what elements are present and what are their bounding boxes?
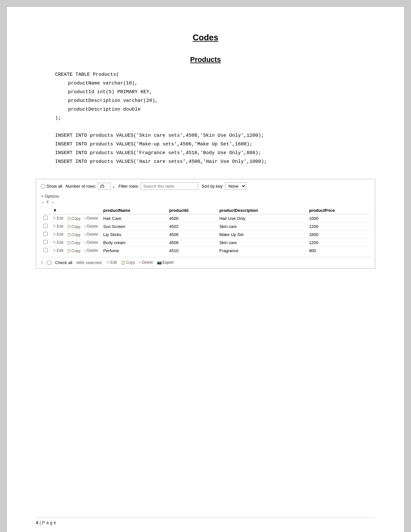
page-number-area: 4 | P a g e — [36, 517, 375, 525]
code-line-3: productId int(5) PRIMARY KEY, — [68, 88, 375, 96]
edit-icon-4: ✎ — [53, 248, 56, 253]
edit-btn-4[interactable]: ✎ Edit — [53, 248, 64, 253]
footer-edit-icon: ✎ — [106, 260, 110, 265]
table-row: ✎ Edit 📋 Copy ○ Delete Lip Sticks 4506 M… — [41, 231, 370, 239]
sort-indicator: ▼ — [53, 208, 57, 213]
rows-input[interactable] — [98, 183, 111, 190]
options-bar[interactable]: + Options — [41, 194, 370, 199]
edit-icon-3: ✎ — [53, 240, 56, 245]
row-product-description-4: Fragrance — [217, 247, 306, 255]
table-footer: ↑ Check all With selected: ✎ Edit 📋 Copy… — [41, 257, 370, 265]
edit-label-3: Edit — [57, 240, 64, 245]
footer-export-btn[interactable]: 📷 Export — [157, 260, 174, 265]
page-num: 4 — [36, 520, 38, 525]
sort-label: Sort by key: — [201, 184, 224, 189]
footer-delete-btn[interactable]: ○ Delete — [139, 260, 153, 265]
edit-label-2: Edit — [57, 232, 64, 237]
row-product-description-2: Make Up Set — [217, 231, 306, 239]
nav-right-arrow[interactable]: → — [50, 200, 54, 205]
sort-select[interactable]: None — [225, 182, 246, 190]
row-actions-cell: ✎ Edit 📋 Copy ○ Delete — [50, 231, 101, 239]
filter-label: Filter rows: — [119, 184, 139, 189]
row-checkbox-1[interactable] — [44, 224, 48, 228]
copy-btn-4[interactable]: 📋 Copy — [67, 249, 81, 253]
delete-label-1: Delete — [87, 224, 98, 229]
code-line-6: ); — [55, 114, 375, 123]
edit-btn-2[interactable]: ✎ Edit — [53, 232, 64, 237]
row-actions-cell: ✎ Edit 📋 Copy ○ Delete — [50, 214, 101, 222]
copy-icon-0: 📋 — [67, 217, 71, 220]
footer-edit-btn[interactable]: ✎ Edit — [106, 260, 117, 265]
row-product-price-0: 1000 — [307, 214, 370, 222]
edit-btn-3[interactable]: ✎ Edit — [53, 240, 64, 245]
nav-left-arrow[interactable]: ← — [41, 200, 45, 205]
delete-btn-2[interactable]: ○ Delete — [84, 232, 98, 237]
row-checkbox-3[interactable] — [44, 240, 48, 244]
row-checkbox-2[interactable] — [44, 232, 48, 236]
row-checkbox-0[interactable] — [44, 216, 48, 220]
filter-item: Filter rows: — [119, 182, 199, 190]
copy-label-4: Copy — [72, 249, 81, 253]
page-word: P a g e — [42, 520, 56, 525]
delete-btn-0[interactable]: ○ Delete — [84, 216, 98, 221]
row-actions-cell: ✎ Edit 📋 Copy ○ Delete — [50, 247, 101, 255]
code-line-5: productDescription double — [68, 105, 375, 114]
code-line-1: CREATE TABLE Products( — [55, 70, 375, 79]
footer-copy-label: Copy — [126, 260, 135, 265]
copy-label-3: Copy — [72, 241, 81, 245]
delete-btn-4[interactable]: ○ Delete — [84, 248, 98, 253]
copy-icon-2: 📋 — [67, 233, 71, 236]
code-insert-4: INSERT INTO products VALUES('Hair care s… — [55, 157, 375, 166]
copy-btn-0[interactable]: 📋 Copy — [67, 216, 81, 221]
code-insert-3: INSERT INTO products VALUES('Fragrance s… — [55, 149, 375, 157]
footer-check-all-checkbox[interactable] — [47, 261, 51, 265]
footer-export-label: Export — [162, 260, 174, 265]
table-container: Show all Number of rows: ⌄ Filter rows: … — [36, 179, 375, 269]
delete-btn-1[interactable]: ○ Delete — [84, 224, 98, 229]
edit-btn-1[interactable]: ✎ Edit — [53, 224, 64, 229]
table-row: ✎ Edit 📋 Copy ○ Delete Sun Screen 4502 S… — [41, 222, 370, 231]
rows-label: Number of rows: — [65, 184, 96, 189]
code-insert-1: INSERT INTO products VALUES('Skin care s… — [55, 131, 375, 140]
row-actions-cell: ✎ Edit 📋 Copy ○ Delete — [50, 222, 101, 231]
copy-label-1: Copy — [72, 224, 81, 229]
edit-label-0: Edit — [57, 216, 64, 221]
rows-dropdown-arrow[interactable]: ⌄ — [112, 184, 115, 189]
table-row: ✎ Edit 📋 Copy ○ Delete Perfume 4510 Frag… — [41, 247, 370, 255]
row-product-description-0: Hair Use Only — [217, 214, 306, 222]
row-product-id-4: 4510 — [167, 247, 217, 255]
show-all-item: Show all — [41, 184, 62, 189]
show-all-label: Show all — [46, 184, 62, 189]
footer-copy-btn[interactable]: 📋 Copy — [121, 260, 135, 265]
row-checkbox-cell — [41, 247, 50, 255]
edit-icon-0: ✎ — [53, 216, 56, 221]
delete-label-3: Delete — [87, 240, 98, 245]
copy-btn-1[interactable]: 📋 Copy — [67, 224, 81, 229]
copy-btn-3[interactable]: 📋 Copy — [67, 241, 81, 245]
copy-icon-1: 📋 — [67, 225, 71, 228]
col-actions: ▼ — [50, 207, 101, 214]
row-product-price-3: 1200 — [307, 239, 370, 247]
delete-icon-4: ○ — [84, 248, 86, 253]
section-title: Products — [36, 55, 375, 64]
show-all-checkbox[interactable] — [41, 184, 45, 188]
table-header-row: ▼ productName productId productDescripti… — [41, 207, 370, 214]
row-product-name-2: Lip Sticks — [101, 231, 166, 239]
delete-icon-3: ○ — [84, 240, 86, 245]
copy-btn-2[interactable]: 📋 Copy — [67, 232, 81, 237]
nav-separator: T — [46, 200, 49, 205]
footer-edit-label: Edit — [110, 260, 117, 265]
search-input[interactable] — [140, 182, 198, 190]
footer-arrow-up[interactable]: ↑ — [41, 260, 43, 265]
col-product-id: productId — [167, 207, 217, 214]
row-checkbox-cell — [41, 214, 50, 222]
delete-btn-3[interactable]: ○ Delete — [84, 240, 98, 245]
edit-btn-0[interactable]: ✎ Edit — [53, 216, 64, 221]
delete-label-0: Delete — [87, 216, 98, 221]
sort-item: Sort by key: None — [201, 182, 246, 190]
row-checkbox-4[interactable] — [44, 248, 48, 252]
row-product-id-1: 4502 — [167, 222, 217, 231]
delete-label-4: Delete — [87, 248, 98, 253]
edit-label-1: Edit — [57, 224, 64, 229]
copy-icon-3: 📋 — [67, 241, 71, 244]
